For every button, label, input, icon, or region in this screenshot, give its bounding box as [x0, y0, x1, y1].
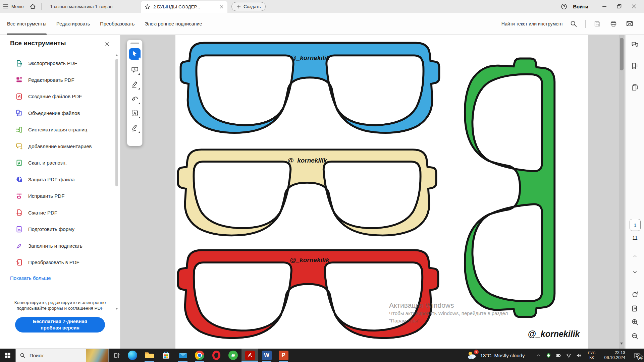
scroll-thumb[interactable]: [115, 59, 118, 186]
add-comment-tool-button[interactable]: [129, 64, 141, 75]
search-highlight-image[interactable]: [86, 349, 108, 362]
tools-list: Экспортировать PDF Редактировать PDF Соз…: [0, 55, 114, 271]
restore-button[interactable]: [612, 0, 627, 13]
next-page-button[interactable]: [630, 268, 640, 277]
antivirus-shield-icon[interactable]: [543, 349, 553, 362]
all-tools-panel: Все инструменты Экспортировать PDF Редак…: [0, 35, 120, 349]
tool-item-combine-files[interactable]: Объединение файлов: [0, 105, 114, 122]
zoom-out-icon[interactable]: [630, 331, 640, 341]
tab-all-tools[interactable]: Все инструменты: [2, 13, 51, 35]
sign-in-button[interactable]: Войти: [573, 4, 588, 9]
minimize-button[interactable]: [597, 0, 612, 13]
tool-item-organize-pages[interactable]: Систематизация страниц: [0, 121, 114, 138]
taskbar-file-explorer-icon[interactable]: [141, 349, 158, 362]
document-tab-active[interactable]: 2 БУЫНДЫ СӨЗДЕР...: [141, 1, 227, 13]
scroll-up-arrow[interactable]: [115, 54, 118, 56]
tool-item-label: Добавление комментариев: [28, 143, 92, 149]
start-button[interactable]: [0, 349, 15, 362]
select-tool-button[interactable]: [129, 48, 141, 60]
app-window: Меню 1 сынып математика 1 тоқсан 2 БУЫНД…: [0, 0, 644, 362]
watermark-bottom: @_kornekilik: [269, 256, 350, 264]
sign-tool-button[interactable]: [129, 122, 141, 134]
tray-expand-chevron-icon[interactable]: [533, 349, 543, 362]
draw-tool-button[interactable]: [129, 94, 141, 105]
taskbar-search-box[interactable]: Поиск: [15, 349, 109, 362]
fit-page-icon[interactable]: [630, 304, 640, 314]
taskbar-mail-icon[interactable]: [174, 349, 191, 362]
trial-button-line2: пробная версия: [41, 325, 79, 331]
taskbar-store-icon[interactable]: [158, 349, 174, 362]
trial-button-line1: Бесплатная 7-дневная: [33, 318, 87, 325]
taskbar-clock[interactable]: 22:13 06.10.2024: [604, 350, 625, 360]
taskbar-edge-icon[interactable]: [124, 349, 141, 362]
tool-item-fill-sign[interactable]: Заполнить и подписать: [0, 238, 114, 254]
scroll-down-arrow[interactable]: [115, 308, 118, 310]
battery-icon[interactable]: [553, 349, 564, 362]
taskbar-chrome-icon[interactable]: [191, 349, 208, 362]
tool-item-label: Систематизация страниц: [28, 127, 87, 132]
search-input[interactable]: Найти текст или инструмент: [501, 21, 563, 26]
taskbar-powerpoint-icon[interactable]: P: [275, 349, 292, 362]
title-bar: Меню 1 сынып математика 1 тоқсан 2 БУЫНД…: [0, 0, 644, 13]
menu-label[interactable]: Меню: [11, 4, 24, 9]
home-icon[interactable]: [27, 0, 39, 13]
task-view-button[interactable]: [109, 349, 124, 362]
export-pdf-icon: [15, 60, 23, 67]
panel-title: Все инструменты: [10, 40, 66, 47]
close-tab-icon[interactable]: [219, 4, 224, 9]
watermark-top: @_kornekilik: [270, 54, 350, 62]
comments-panel-icon[interactable]: [630, 40, 640, 50]
drag-handle[interactable]: [130, 43, 139, 44]
search-icon[interactable]: [568, 18, 579, 29]
hamburger-menu-button[interactable]: [0, 0, 11, 13]
taskbar-opera-icon[interactable]: [208, 349, 225, 362]
mail-icon[interactable]: [624, 18, 635, 29]
tool-item-create-pdf[interactable]: Создание файлов PDF: [0, 88, 114, 105]
tab-edit[interactable]: Редактировать: [51, 13, 95, 35]
taskbar-word-icon[interactable]: W: [258, 349, 275, 362]
previous-page-button[interactable]: [630, 252, 640, 260]
taskbar-acrobat-icon[interactable]: [241, 349, 258, 362]
tool-item-redact-pdf[interactable]: Исправить PDF: [0, 188, 114, 204]
weather-condition: Mostly cloudy: [494, 353, 525, 358]
bookmarks-panel-icon[interactable]: [630, 61, 640, 71]
document-scrollbar[interactable]: [619, 35, 624, 349]
tool-item-scan-ocr[interactable]: Скан. и распозн.: [0, 155, 114, 171]
action-center-button[interactable]: 15: [630, 349, 644, 362]
tool-item-edit-pdf[interactable]: Редактировать PDF: [0, 72, 114, 88]
close-window-button[interactable]: [627, 0, 641, 13]
document-tab-inactive[interactable]: 1 сынып математика 1 тоқсан: [44, 4, 119, 9]
tab-esign[interactable]: Электронное подписание: [140, 13, 207, 35]
show-more-link[interactable]: Показать больше: [10, 275, 51, 281]
refresh-icon[interactable]: [630, 290, 640, 300]
close-panel-icon[interactable]: [103, 40, 111, 48]
attachments-panel-icon[interactable]: [630, 82, 640, 93]
zoom-in-icon[interactable]: [630, 317, 640, 327]
tool-item-prepare-form[interactable]: Подготовить форму: [0, 221, 114, 238]
taskbar-weather-widget[interactable]: 1 13°C Mostly cloudy: [467, 351, 525, 360]
language-indicator[interactable]: РУС КК: [588, 351, 595, 360]
star-icon[interactable]: [144, 4, 151, 10]
volume-icon[interactable]: [574, 349, 584, 362]
tool-item-convert-pdf[interactable]: Преобразовать в PDF: [0, 254, 114, 271]
tool-item-label: Скан. и распозн.: [28, 160, 67, 166]
document-scroll-thumb[interactable]: [620, 38, 624, 70]
document-scroll-down-arrow[interactable]: [620, 343, 623, 345]
tool-item-protect-pdf[interactable]: Защита PDF-файла: [0, 171, 114, 188]
free-trial-button[interactable]: Бесплатная 7-дневная пробная версия: [15, 317, 105, 333]
tool-item-label: Защита PDF-файла: [28, 177, 75, 182]
taskbar-green-browser-icon[interactable]: e: [225, 349, 241, 362]
help-icon[interactable]: [558, 0, 570, 13]
page-number-input[interactable]: 1: [630, 219, 641, 231]
panel-scrollbar[interactable]: [115, 54, 119, 310]
highlight-tool-button[interactable]: [129, 79, 141, 90]
save-icon[interactable]: [592, 18, 603, 29]
select-text-tool-button[interactable]: [129, 108, 141, 119]
print-icon[interactable]: [608, 18, 619, 29]
wifi-icon[interactable]: [564, 349, 574, 362]
tab-convert[interactable]: Преобразовать: [95, 13, 140, 35]
tool-item-add-comments[interactable]: Добавление комментариев: [0, 138, 114, 155]
tool-item-compress-pdf[interactable]: Сжатие PDF: [0, 204, 114, 221]
tool-item-export-pdf[interactable]: Экспортировать PDF: [0, 55, 114, 72]
create-button[interactable]: Создать: [231, 2, 266, 11]
